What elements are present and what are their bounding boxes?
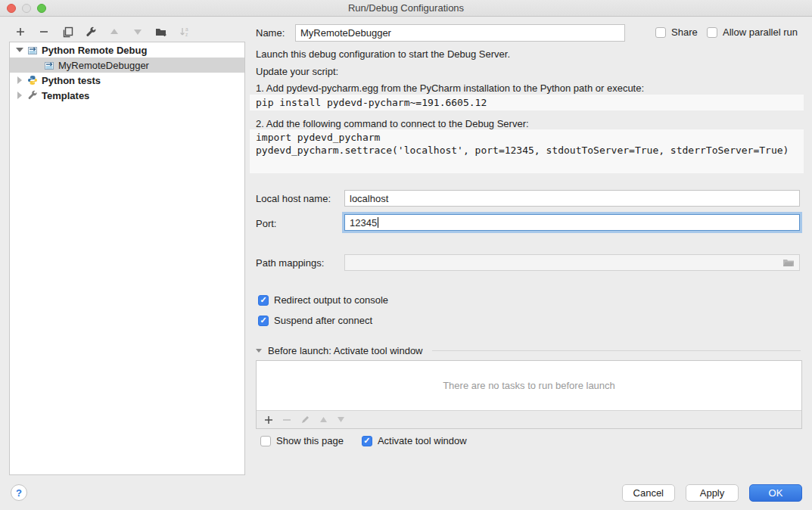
copy-configuration-icon[interactable]: [61, 25, 74, 39]
expand-arrow-icon[interactable]: [16, 92, 23, 99]
move-down-icon: [131, 25, 145, 39]
activate-tool-window-label: Activate tool window: [378, 435, 467, 446]
share-checkbox-row[interactable]: Share: [655, 26, 698, 38]
move-up-icon: [107, 25, 121, 39]
separator-line: [432, 350, 801, 351]
collapse-arrow-icon[interactable]: [16, 48, 23, 52]
collapse-arrow-icon[interactable]: [256, 349, 262, 353]
path-mappings-input[interactable]: [344, 254, 800, 271]
tree-item-label: Templates: [42, 90, 89, 101]
show-this-page-row[interactable]: Show this page: [260, 435, 344, 446]
show-this-page-label: Show this page: [276, 435, 344, 446]
remote-debug-config-icon: [26, 45, 39, 55]
svg-text:z: z: [185, 32, 188, 37]
redirect-output-row[interactable]: Redirect output to console: [258, 294, 388, 306]
expand-arrow-icon[interactable]: [16, 76, 23, 84]
tree-item-templates[interactable]: Templates: [10, 88, 244, 103]
title-bar: Run/Debug Configurations: [0, 0, 812, 17]
move-task-down-icon: [337, 416, 345, 423]
port-label: Port:: [256, 218, 276, 229]
remove-configuration-icon[interactable]: [37, 25, 51, 39]
local-host-name-input[interactable]: localhost: [344, 190, 800, 207]
before-launch-section-header[interactable]: Before launch: Activate tool window: [256, 345, 801, 356]
bottom-options: Show this page Activate tool window: [260, 435, 467, 446]
remove-task-icon: [282, 415, 291, 424]
description-line-2: Update your script:: [256, 66, 338, 77]
local-host-name-label: Local host name:: [256, 193, 331, 204]
show-this-page-checkbox[interactable]: [260, 436, 271, 446]
remote-debug-config-icon: [43, 60, 55, 70]
configurations-toolbar: a z: [14, 23, 191, 41]
allow-parallel-run-label: Allow parallel run: [723, 26, 798, 38]
before-launch-label: Before launch: Activate tool window: [268, 345, 423, 356]
settrace-code-line-2: pydevd_pycharm.settrace('localhost', por…: [256, 144, 798, 157]
ok-button[interactable]: OK: [749, 484, 802, 502]
cancel-button[interactable]: Cancel: [622, 484, 675, 502]
redirect-output-label: Redirect output to console: [274, 294, 388, 306]
settrace-code-block: import pydevd_pycharm pydevd_pycharm.set…: [250, 129, 804, 173]
port-value: 12345: [350, 217, 377, 229]
tree-item-label: MyRemoteDebugger: [58, 60, 149, 71]
apply-button[interactable]: Apply: [686, 484, 739, 502]
port-input[interactable]: 12345: [344, 214, 800, 231]
new-folder-icon[interactable]: [154, 25, 168, 39]
move-task-up-icon: [319, 416, 328, 423]
tree-item-myremotedebugger[interactable]: MyRemoteDebugger: [10, 58, 244, 73]
sort-alphabetically-icon: a z: [178, 25, 191, 39]
share-label: Share: [671, 26, 698, 38]
wrench-icon: [26, 90, 39, 101]
suspend-after-connect-label: Suspend after connect: [274, 315, 372, 326]
step-2-text: 2. Add the following command to connect …: [256, 118, 529, 129]
tree-item-label: Python tests: [42, 75, 101, 86]
add-task-icon[interactable]: [264, 415, 273, 424]
run-debug-configurations-dialog: Run/Debug Configurations: [0, 0, 812, 510]
description-line-1: Launch this debug configuration to start…: [256, 48, 510, 60]
allow-parallel-run-checkbox[interactable]: [707, 27, 717, 38]
add-configuration-icon[interactable]: [14, 25, 27, 39]
path-mappings-label: Path mappings:: [256, 257, 324, 269]
before-launch-task-panel: There are no tasks to run before launch: [256, 360, 802, 429]
folder-icon[interactable]: [782, 258, 795, 267]
name-input[interactable]: [295, 24, 625, 42]
help-button[interactable]: ?: [11, 484, 27, 501]
edit-templates-wrench-icon[interactable]: [84, 25, 98, 39]
pip-install-code: pip install pydevd-pycharm~=191.6605.12: [250, 95, 804, 110]
tree-item-python-remote-debug[interactable]: Python Remote Debug: [10, 42, 244, 58]
tree-item-label: Python Remote Debug: [42, 45, 147, 56]
text-caret: [378, 217, 378, 228]
window-title: Run/Debug Configurations: [0, 0, 812, 17]
redirect-output-checkbox[interactable]: [258, 295, 269, 306]
activate-tool-window-checkbox[interactable]: [362, 436, 372, 446]
dialog-buttons: Cancel Apply OK: [622, 484, 802, 502]
activate-tool-window-row[interactable]: Activate tool window: [362, 435, 467, 446]
allow-parallel-checkbox-row[interactable]: Allow parallel run: [707, 26, 798, 38]
python-icon: [26, 75, 39, 86]
edit-task-pencil-icon: [300, 415, 310, 424]
share-checkbox[interactable]: [655, 27, 666, 38]
name-label: Name:: [256, 27, 285, 39]
suspend-after-connect-checkbox[interactable]: [258, 316, 269, 326]
settrace-code-line-1: import pydevd_pycharm: [256, 131, 798, 144]
step-1-text: 1. Add pydevd-pycharm.egg from the PyCha…: [256, 82, 644, 94]
suspend-after-connect-row[interactable]: Suspend after connect: [258, 315, 372, 326]
task-toolbar: [257, 410, 801, 428]
configurations-tree: Python Remote Debug MyRemoteDebugger: [9, 42, 245, 475]
svg-text:a: a: [185, 26, 188, 32]
tree-item-python-tests[interactable]: Python tests: [10, 73, 244, 88]
no-tasks-message: There are no tasks to run before launch: [257, 361, 801, 410]
local-host-name-value: localhost: [350, 193, 388, 204]
